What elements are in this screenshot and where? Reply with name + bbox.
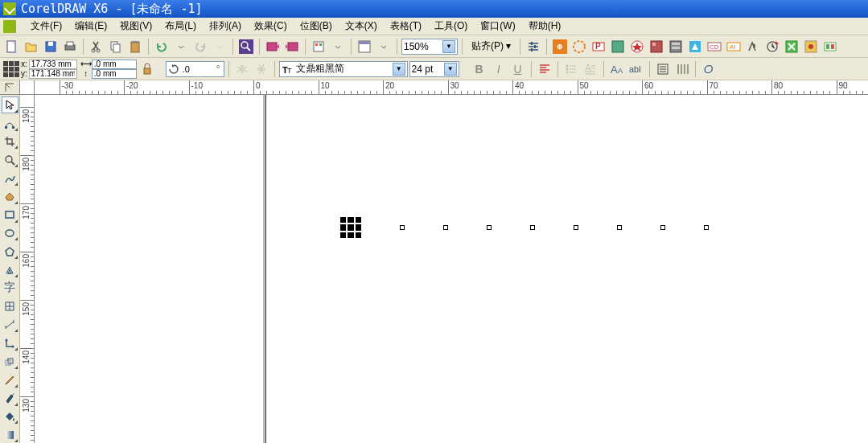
smart-fill-tool[interactable] xyxy=(2,188,19,205)
selected-object[interactable] xyxy=(340,217,709,238)
selection-handle[interactable] xyxy=(443,225,448,230)
menu-tools[interactable]: 工具(O) xyxy=(428,18,474,35)
table-tool[interactable] xyxy=(2,298,19,315)
macro-3-button[interactable]: P xyxy=(590,38,607,55)
y-position-input[interactable] xyxy=(29,69,77,79)
rotation-field[interactable]: ° xyxy=(166,61,224,77)
width-input[interactable] xyxy=(92,59,137,69)
macro-10-button[interactable]: AI xyxy=(725,38,743,55)
welcome-dropdown[interactable] xyxy=(375,38,393,55)
menu-effects[interactable]: 效果(C) xyxy=(248,18,294,35)
options-button[interactable] xyxy=(525,38,542,55)
menu-text[interactable]: 文本(X) xyxy=(339,18,384,35)
search-button[interactable] xyxy=(237,38,255,55)
mirror-h-button[interactable] xyxy=(233,60,251,78)
basic-shapes-tool[interactable] xyxy=(2,261,19,278)
bullet-list-button[interactable] xyxy=(562,60,580,78)
macro-8-button[interactable] xyxy=(686,38,704,55)
redo-button[interactable] xyxy=(191,38,209,55)
italic-button[interactable]: I xyxy=(490,60,508,78)
lock-ratio-button[interactable] xyxy=(138,60,156,78)
paste-button[interactable] xyxy=(126,38,144,55)
ellipse-tool[interactable] xyxy=(2,225,19,242)
selection-handle[interactable] xyxy=(487,225,492,230)
macro-9-button[interactable]: CD xyxy=(706,38,723,55)
macro-13-button[interactable] xyxy=(783,38,800,55)
print-button[interactable] xyxy=(61,38,79,55)
macro-2-button[interactable] xyxy=(570,38,588,55)
menu-view[interactable]: 视图(V) xyxy=(113,18,158,35)
shape-tool[interactable] xyxy=(2,115,19,132)
macro-5-button[interactable] xyxy=(628,38,646,55)
text-options-button[interactable]: O xyxy=(700,60,718,78)
ruler-corner[interactable] xyxy=(0,80,20,95)
selection-handle[interactable] xyxy=(617,225,622,230)
undo-dropdown[interactable] xyxy=(172,38,190,55)
welcome-button[interactable] xyxy=(356,38,373,55)
menu-window[interactable]: 窗口(W) xyxy=(474,18,521,35)
menu-help[interactable]: 帮助(H) xyxy=(522,18,568,35)
selection-handle[interactable] xyxy=(660,225,665,230)
fill-tool[interactable] xyxy=(2,408,19,425)
cut-button[interactable] xyxy=(88,38,105,55)
underline-button[interactable]: U xyxy=(509,60,527,78)
vertical-ruler[interactable]: 190180170160150140130 xyxy=(20,95,35,443)
rectangle-tool[interactable] xyxy=(2,207,19,224)
menu-table[interactable]: 表格(T) xyxy=(384,18,428,35)
app-dropdown[interactable] xyxy=(329,38,347,55)
zoom-tool[interactable] xyxy=(2,151,19,168)
macro-7-button[interactable] xyxy=(667,38,685,55)
rotation-input[interactable] xyxy=(181,64,213,74)
x-position-input[interactable] xyxy=(29,59,77,69)
macro-11-button[interactable] xyxy=(744,38,762,55)
macro-4-button[interactable] xyxy=(609,38,627,55)
font-size-select[interactable]: 24 pt ▼ xyxy=(409,61,459,77)
bold-button[interactable]: B xyxy=(471,60,488,78)
effects-tool[interactable] xyxy=(2,353,19,370)
zoom-level-select[interactable]: 150% ▼ xyxy=(401,39,458,55)
text-frame-2-button[interactable] xyxy=(673,60,691,78)
macro-1-button[interactable]: ⊕ xyxy=(551,38,569,55)
selection-handle[interactable] xyxy=(574,225,578,230)
eyedropper-tool[interactable] xyxy=(2,371,19,388)
import-button[interactable] xyxy=(264,38,282,55)
snap-button[interactable]: 贴齐(P) ▾ xyxy=(467,38,516,55)
selection-handle[interactable] xyxy=(400,225,405,230)
text-frame-1-button[interactable] xyxy=(654,60,672,78)
menu-edit[interactable]: 编辑(E) xyxy=(68,18,113,35)
selection-handle[interactable] xyxy=(530,225,535,230)
macro-14-button[interactable] xyxy=(802,38,820,55)
mirror-v-button[interactable] xyxy=(253,60,270,78)
outline-tool[interactable] xyxy=(2,390,19,407)
dropcap-button[interactable]: A xyxy=(582,60,599,78)
menu-bitmap[interactable]: 位图(B) xyxy=(294,18,339,35)
connector-tool[interactable] xyxy=(2,334,19,351)
text-align-button[interactable] xyxy=(536,60,553,78)
object-origin-icon[interactable] xyxy=(3,61,19,77)
text-tool[interactable]: 字 xyxy=(2,280,19,297)
interactive-fill-tool[interactable] xyxy=(2,426,19,443)
export-button[interactable] xyxy=(283,38,301,55)
polygon-tool[interactable] xyxy=(2,243,19,260)
horizontal-ruler[interactable] xyxy=(35,80,868,95)
menu-layout[interactable]: 布局(L) xyxy=(158,18,203,35)
open-button[interactable] xyxy=(23,38,40,55)
new-button[interactable] xyxy=(3,38,21,55)
macro-15-button[interactable] xyxy=(821,38,839,55)
char-format-button[interactable]: AA xyxy=(608,60,626,78)
height-input[interactable] xyxy=(92,69,137,79)
menu-arrange[interactable]: 排列(A) xyxy=(203,18,248,35)
crop-tool[interactable] xyxy=(2,133,19,150)
freehand-tool[interactable] xyxy=(2,170,19,187)
canvas[interactable] xyxy=(35,95,868,443)
dimension-tool[interactable] xyxy=(2,317,19,334)
copy-button[interactable] xyxy=(107,38,125,55)
undo-button[interactable] xyxy=(153,38,171,55)
font-family-select[interactable]: TT 文鼎粗黑简 ▼ xyxy=(279,61,408,77)
pick-tool[interactable] xyxy=(2,96,19,113)
selection-handle[interactable] xyxy=(704,225,709,230)
save-button[interactable] xyxy=(42,38,60,55)
redo-dropdown[interactable] xyxy=(211,38,228,55)
macro-6-button[interactable] xyxy=(648,38,665,55)
macro-12-button[interactable] xyxy=(763,38,781,55)
